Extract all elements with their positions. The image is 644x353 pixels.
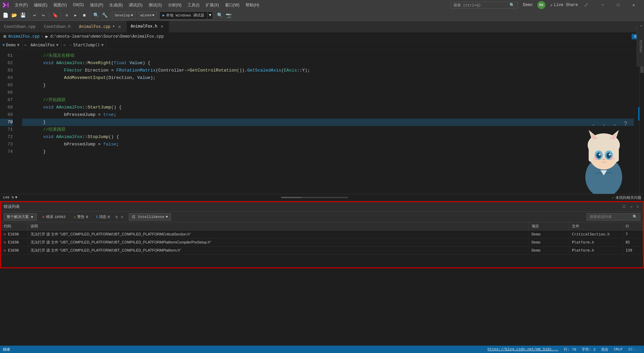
menu-git[interactable]: Git(G) (70, 2, 87, 9)
tab-animalfox-cpp[interactable]: AnimalFox.cpp • ✕ (75, 21, 126, 33)
project-chevron: ▼ (17, 43, 19, 47)
line-num-67: 67 (0, 96, 13, 104)
col-header-file[interactable]: 文件 (569, 222, 623, 230)
error-scope-btn[interactable]: 整个解决方案 ▼ (4, 213, 37, 221)
horizontal-scrollbar[interactable] (281, 197, 348, 198)
col-header-desc[interactable]: 说明 (28, 222, 529, 230)
minimize-button[interactable]: — (595, 0, 610, 10)
code-line-71: //结束跳跃 (22, 126, 634, 133)
menu-tools[interactable]: 工具(I) (185, 2, 202, 9)
run-btn[interactable]: ▶ 本地 Windows 调试器 (160, 12, 207, 19)
magnify-btn[interactable]: 🔍 (216, 11, 224, 19)
title-bar: 文件(F) 编辑(E) 视图(V) Git(G) 项目(P) 生成(B) 调试(… (0, 0, 644, 10)
tool-btn-5[interactable]: 🔍 (92, 11, 100, 19)
open-btn[interactable]: 📂 (10, 11, 18, 19)
menu-view[interactable]: 视图(V) (51, 2, 69, 9)
menu-file[interactable]: 文件(F) (12, 2, 31, 9)
code-line-65: } (22, 82, 634, 89)
build-btn-1[interactable]: ⚙ (63, 11, 71, 19)
tab-animalfox-h[interactable]: AnimalFox.h ✕ (127, 21, 169, 33)
unpin-btn[interactable]: ↗ (629, 204, 634, 209)
scrollbar-track[interactable] (17, 197, 612, 198)
pin-btn[interactable]: 🗌 (621, 204, 628, 209)
maximize-button[interactable]: □ (610, 0, 626, 10)
menu-project[interactable]: 项目(P) (87, 2, 106, 9)
menu-window[interactable]: 窗口(W) (222, 2, 242, 9)
close-button[interactable]: ✕ (626, 0, 641, 10)
menu-edit[interactable]: 编辑(E) (31, 2, 50, 9)
filter-icon[interactable]: ⇅ (115, 214, 118, 220)
filter2-icon[interactable]: ✕ (121, 214, 123, 220)
menu-debug[interactable]: 调试(D) (126, 2, 145, 9)
menu-extensions[interactable]: 扩展(X) (203, 2, 222, 9)
col-header-code[interactable]: 代码 (1, 222, 28, 230)
menu-help[interactable]: 帮助(H) (243, 2, 262, 9)
row-error-icon-0: ⊗ (4, 232, 6, 236)
func-icon: ⬦ (69, 43, 72, 47)
warning-count-btn[interactable]: ⚠ 警告 0 (71, 213, 91, 221)
func-chevron: ▼ (101, 43, 104, 47)
search-errors-box[interactable]: 搜索错误列表 🔍 (587, 213, 640, 221)
col-info: 字符: 2 (582, 347, 596, 352)
tool-btn-6[interactable]: 🔧 (101, 11, 109, 19)
error-count: 10562 (55, 215, 66, 219)
menu-analyze[interactable]: 分析(N) (165, 2, 184, 9)
h-scrollbar-thumb[interactable] (281, 197, 301, 198)
line-num-64: 64 (0, 74, 13, 82)
build-btn-2[interactable]: ▶ (71, 11, 79, 19)
run-dropdown-btn[interactable]: ▼ (207, 12, 213, 19)
tab-close-animalfox-cpp[interactable]: ✕ (117, 24, 122, 29)
error-count-btn[interactable]: ⊗ 错误 10562 (40, 213, 68, 221)
menu-test[interactable]: 测试(S) (146, 2, 165, 9)
url-link[interactable]: https://blog.csdn.net/m0_5181... (488, 347, 558, 351)
live-share-btn[interactable]: ↗ Live Share (547, 3, 581, 8)
error-row-2[interactable]: ⊗ E1696 无法打开 源 文件 "UBT_COMPILED_PLATFORM… (1, 247, 643, 255)
col-header-line[interactable]: 行 (623, 222, 643, 230)
code-content[interactable]: //头现左右移动 void AAnimalFox::MoveRight(floa… (17, 49, 639, 194)
error-cell-desc-1: 无法打开 源 文件 "UBT_COMPILED_PLATFORM/UBT_COM… (28, 238, 529, 246)
line-num-69: 69 (0, 111, 13, 119)
nav-back-btn[interactable]: ⊞ (3, 34, 7, 39)
warning-label: 警告 (77, 214, 85, 219)
redo-btn[interactable]: ↪ (39, 11, 47, 19)
code-line-67: //开始跳跃 (22, 96, 634, 104)
intellisense-btn[interactable]: 仅 IntelliSense ▼ (129, 213, 171, 221)
tab-close-animalfox-h[interactable]: ✕ (159, 24, 165, 29)
line-num-73: 73 (0, 141, 13, 148)
error-cell-file-1: Platform.h (569, 238, 623, 246)
platform-dropdown[interactable]: Win64 ▼ (138, 12, 157, 19)
project-selector[interactable]: ⊞ Demo ▼ (0, 41, 22, 49)
new-file-btn[interactable]: 📄 (1, 11, 9, 19)
bookmark-btn[interactable]: 🔖 (51, 11, 59, 19)
nav-forward-btn[interactable]: ▶ (45, 34, 49, 39)
save-btn[interactable]: 💾 (19, 11, 27, 19)
tab-countdown-cpp[interactable]: Countdown.cpp (0, 21, 40, 33)
col-header-proj[interactable]: 项目 (529, 222, 569, 230)
menu-build[interactable]: 生成(B) (107, 2, 125, 9)
class-selector[interactable]: AAnimalFox ▼ (28, 41, 61, 49)
search-box[interactable]: 搜索 (Ctrl+Q) 🔍 (450, 2, 518, 9)
config-dropdown[interactable]: Develop ▼ (112, 12, 136, 19)
code-line-61: //头现左右移动 (22, 52, 634, 59)
tab-countdown-h[interactable]: Countdown.h (40, 21, 75, 33)
panel-close-btn[interactable]: ✕ (635, 204, 640, 209)
tab-label: AnimalFox.cpp (79, 24, 110, 29)
error-row-0[interactable]: ⊗ E1696 无法打开 源 文件 "UBT_COMPILED_PLATFORM… (1, 230, 643, 238)
zoom-control[interactable]: 149 % ▼ (3, 195, 17, 200)
function-selector[interactable]: ⬦ StartJump() ▼ (67, 41, 107, 49)
error-panel: 错误列表 🗌 ↗ ✕ 整个解决方案 ▼ ⊗ 错误 10562 ⚠ 警告 0 ℹ … (0, 201, 644, 268)
scroll-indicator (638, 107, 639, 121)
comment-67: //开始跳跃 (22, 96, 66, 104)
toolbar-sep-3 (61, 12, 61, 19)
build-btn-3[interactable]: ⏹ (80, 11, 88, 19)
error-row-1[interactable]: ⊗ E1696 无法打开 源 文件 "UBT_COMPILED_PLATFORM… (1, 238, 643, 247)
warning-icon: ⚠ (74, 215, 76, 219)
ready-label: 就绪 (3, 347, 10, 352)
editor-scrollbar[interactable]: ▲ (639, 49, 644, 194)
message-count-btn[interactable]: ℹ 消息 0 (94, 213, 113, 221)
comment-61: //头现左右移动 (22, 52, 74, 59)
screenshot-btn[interactable]: 📷 (224, 11, 232, 19)
line-num-70: 70 (0, 119, 13, 126)
expand-icon[interactable]: ⤢ (583, 2, 590, 8)
undo-btn[interactable]: ↩ (31, 11, 39, 19)
